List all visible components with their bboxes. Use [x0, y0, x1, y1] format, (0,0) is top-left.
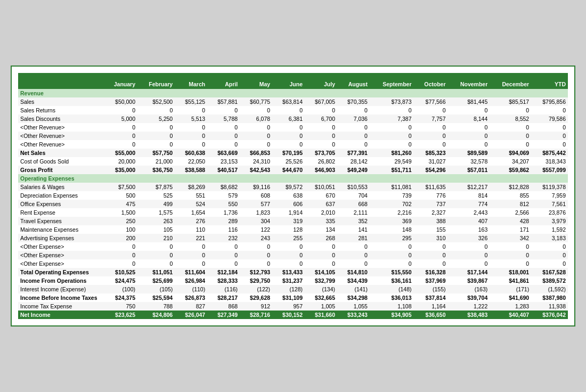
row-value: 304	[240, 217, 272, 225]
row-value: 827	[175, 302, 207, 311]
row-value: $46,903	[305, 166, 337, 174]
row-value: 407	[448, 217, 490, 225]
row-value: 0	[272, 123, 305, 132]
spreadsheet-container: JanuaryFebruaryMarchAprilMayJuneJulyAugu…	[11, 66, 575, 326]
row-value: 0	[207, 106, 240, 115]
row-value: 0	[305, 140, 337, 149]
row-value	[240, 174, 272, 183]
row-value: 0	[175, 132, 207, 140]
row-value: $44,670	[272, 166, 305, 174]
row-value: 0	[240, 259, 272, 268]
row-value: $32,665	[305, 293, 337, 302]
row-value: 774	[448, 200, 490, 208]
row-value: 814	[448, 191, 490, 200]
row-value: 0	[414, 251, 448, 259]
row-value: $34,298	[337, 293, 370, 302]
row-value: $36,650	[414, 311, 448, 319]
row-value: 0	[272, 242, 305, 251]
row-value: 637	[305, 200, 337, 208]
row-value: 1,108	[370, 302, 414, 311]
row-value: 352	[337, 217, 370, 225]
row-value: 0	[305, 106, 337, 115]
row-value: 243	[240, 234, 272, 242]
row-value: 750	[103, 302, 137, 311]
row-value: $77,566	[414, 97, 448, 106]
row-value: 0	[207, 242, 240, 251]
row-value: 524	[175, 200, 207, 208]
row-value: 105	[137, 225, 175, 234]
row-value: $57,881	[207, 97, 240, 106]
row-value: 0	[240, 106, 272, 115]
row-value: 5,000	[103, 115, 137, 123]
row-value: $34,905	[370, 311, 414, 319]
row-value: $70,355	[337, 97, 370, 106]
row-value: 0	[272, 251, 305, 259]
col-header-may: May	[240, 79, 272, 89]
row-value: $52,500	[137, 97, 175, 106]
row-value: 0	[531, 123, 568, 132]
row-value: 326	[448, 234, 490, 242]
row-value: $49,249	[337, 166, 370, 174]
row-value: 0	[137, 251, 175, 259]
row-value: 0	[207, 251, 240, 259]
row-value: 32,578	[448, 157, 490, 166]
row-value: $795,856	[531, 97, 568, 106]
row-value: $37,969	[414, 276, 448, 285]
row-value: $11,635	[414, 183, 448, 191]
row-value: 0	[207, 123, 240, 132]
row-value: 319	[272, 217, 305, 225]
row-value: 0	[272, 140, 305, 149]
row-value: 0	[137, 132, 175, 140]
row-value: $8,269	[175, 183, 207, 191]
row-value: 28,142	[337, 157, 370, 166]
row-label: <Other Expense>	[18, 259, 103, 268]
row-value	[272, 89, 305, 97]
row-label: Interest Income (Expense)	[18, 285, 103, 293]
row-value: $119,378	[531, 183, 568, 191]
row-value	[490, 89, 531, 97]
row-value: 0	[103, 132, 137, 140]
row-value: $28,217	[207, 293, 240, 302]
row-value	[240, 89, 272, 97]
row-value: $31,109	[272, 293, 305, 302]
col-header-ytd: YTD	[531, 79, 568, 89]
row-value: $67,005	[305, 97, 337, 106]
row-value: 739	[370, 191, 414, 200]
row-value: 155	[414, 225, 448, 234]
row-value: 0	[531, 242, 568, 251]
row-label: Sales Returns	[18, 106, 103, 115]
row-value: 8,552	[490, 115, 531, 123]
row-value: $14,810	[337, 268, 370, 276]
row-value: 0	[272, 132, 305, 140]
row-value: $36,161	[370, 276, 414, 285]
row-value: 0	[240, 242, 272, 251]
row-value: 200	[103, 234, 137, 242]
row-value: (163)	[448, 285, 490, 293]
row-value: 11,938	[531, 302, 568, 311]
row-label: Sales Discounts	[18, 115, 103, 123]
row-value: 0	[240, 140, 272, 149]
row-value: 0	[175, 106, 207, 115]
row-value: $15,550	[370, 268, 414, 276]
row-value: 0	[448, 242, 490, 251]
row-value: 0	[490, 132, 531, 140]
row-label: Maintenance Expenses	[18, 225, 103, 234]
row-value: 1,575	[137, 208, 175, 217]
row-value: 7,387	[370, 115, 414, 123]
row-value: $70,195	[272, 149, 305, 157]
row-value: 0	[175, 259, 207, 268]
row-value: $40,407	[490, 311, 531, 319]
row-value: 141	[337, 225, 370, 234]
row-value: $29,750	[240, 276, 272, 285]
col-header-march: March	[175, 79, 207, 89]
row-value: 1,654	[175, 208, 207, 217]
row-value: 3,979	[531, 217, 568, 225]
row-value: 0	[305, 259, 337, 268]
row-value	[448, 174, 490, 183]
row-value: $81,260	[370, 149, 414, 157]
row-value: $85,323	[414, 149, 448, 157]
row-value: $28,716	[240, 311, 272, 319]
row-label: Net Income	[18, 311, 103, 319]
row-value: $32,799	[305, 276, 337, 285]
row-value: 0	[103, 242, 137, 251]
